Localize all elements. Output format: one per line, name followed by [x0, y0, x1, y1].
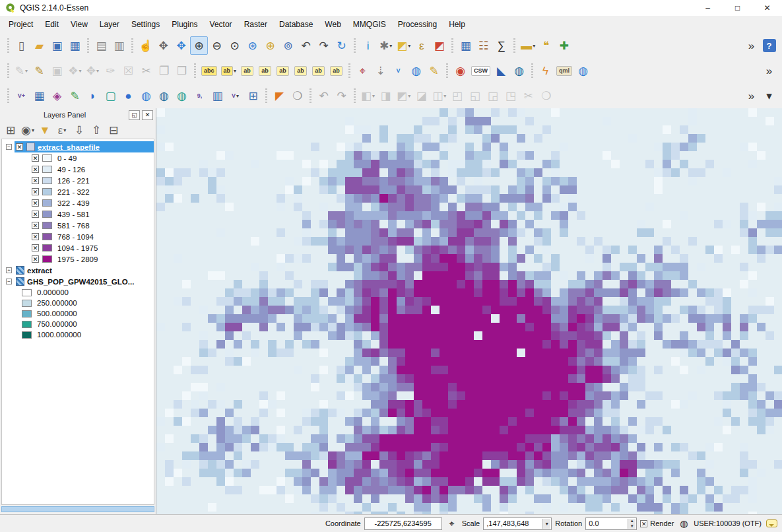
- close-button[interactable]: ✕: [752, 0, 782, 16]
- label-options-2[interactable]: ab▾: [219, 61, 239, 80]
- number-format-tool[interactable]: 9,: [191, 86, 209, 105]
- layer-row[interactable]: −GHS_POP_GPW42015_GLO...: [2, 276, 154, 287]
- zoom-full[interactable]: ⊛: [244, 36, 261, 55]
- legend-class-row[interactable]: ✕1094 - 1975: [2, 242, 154, 253]
- web-globe-b[interactable]: ◍: [155, 86, 173, 105]
- extents-toggle-icon[interactable]: ⌖: [445, 517, 459, 530]
- menu-vector[interactable]: Vector: [204, 17, 238, 32]
- crs-globe-icon[interactable]: ◍: [677, 517, 690, 530]
- save-layer-edits[interactable]: ▣: [48, 61, 66, 80]
- toolbar-grip[interactable]: [308, 88, 313, 103]
- openlayers-plugin[interactable]: ◉: [451, 61, 469, 80]
- class-checkbox[interactable]: ✕: [32, 255, 39, 263]
- toolbar-grip[interactable]: [130, 38, 135, 53]
- rotation-spinbox[interactable]: 0.0 ▲▼: [585, 517, 637, 530]
- filter-legend[interactable]: ▼: [37, 123, 53, 137]
- intersection-tool[interactable]: ◩▾: [395, 86, 412, 105]
- toolbar-grip[interactable]: [264, 88, 269, 103]
- layer-row[interactable]: −✕extract_shapefile: [2, 141, 154, 152]
- toolbar-overflow-1[interactable]: »: [742, 36, 760, 55]
- show-hide-labels[interactable]: ab: [238, 61, 256, 80]
- menu-layer[interactable]: Layer: [94, 17, 125, 32]
- toolbar-grip[interactable]: [450, 38, 455, 53]
- field-edit[interactable]: ✎: [66, 86, 84, 105]
- expand-expander-icon[interactable]: +: [6, 267, 12, 273]
- redo[interactable]: ↷: [333, 86, 350, 105]
- layer-row[interactable]: +extract: [2, 265, 154, 276]
- symdiff-tool[interactable]: ◪: [412, 86, 430, 105]
- save-project-as[interactable]: ▦: [66, 36, 84, 55]
- legend-class-row[interactable]: ✕322 - 439: [2, 197, 154, 209]
- add-group[interactable]: ⊞: [3, 123, 18, 137]
- menu-help[interactable]: Help: [443, 17, 471, 32]
- globe-plugin[interactable]: ◍: [510, 61, 528, 80]
- buffer-tool[interactable]: ◱: [466, 86, 484, 105]
- map-canvas[interactable]: [156, 108, 782, 514]
- legend-class-row[interactable]: ✕768 - 1094: [2, 231, 154, 242]
- move-label[interactable]: ab: [292, 61, 310, 80]
- azimuth-tool[interactable]: ◣: [492, 61, 510, 80]
- add-raster-layer[interactable]: ▦: [30, 86, 48, 105]
- toolbar-grip[interactable]: [6, 88, 11, 103]
- web-globe-a[interactable]: ◍: [137, 86, 155, 105]
- zoom-to-selection[interactable]: ⊕: [261, 36, 279, 55]
- legend-class-row[interactable]: ✕126 - 221: [2, 175, 154, 186]
- identify-features[interactable]: i: [359, 36, 377, 55]
- combo-arrow-icon[interactable]: ▼: [542, 519, 550, 529]
- move-feature[interactable]: ✥▾: [84, 61, 102, 80]
- mmqgis-tool[interactable]: ▥: [209, 86, 226, 105]
- new-project[interactable]: ▯: [13, 36, 30, 55]
- select-features[interactable]: ◩▾: [395, 36, 412, 55]
- heatmap-tool[interactable]: ◤: [271, 86, 288, 105]
- pan-map[interactable]: ✥: [154, 36, 172, 55]
- interpolation-tool[interactable]: ◗: [84, 86, 102, 105]
- help[interactable]: ?: [760, 36, 778, 55]
- scrollbar-thumb[interactable]: [1, 506, 154, 512]
- new-shapefile-layer[interactable]: V+: [13, 86, 30, 105]
- metasearch-globe[interactable]: ◍: [407, 61, 425, 80]
- toolbar-grip[interactable]: [352, 38, 357, 53]
- toolbar-grip[interactable]: [512, 38, 517, 53]
- dissolve-tool[interactable]: ◰: [448, 86, 466, 105]
- save-project[interactable]: ▣: [48, 36, 66, 55]
- minimize-button[interactable]: –: [693, 0, 723, 16]
- zoom-in[interactable]: ⊕: [190, 36, 208, 55]
- touch-zoom-pan[interactable]: ☝: [137, 36, 154, 55]
- node-tool[interactable]: ✑: [102, 61, 119, 80]
- toolbar-overflow-3[interactable]: »: [742, 86, 760, 105]
- layer-row-body[interactable]: extract: [15, 265, 154, 276]
- labeling-options[interactable]: abc: [199, 61, 219, 80]
- union-tool[interactable]: ◧▾: [359, 86, 377, 105]
- pan-to-selection[interactable]: ✥: [172, 36, 190, 55]
- filter-by-expression[interactable]: ε▾: [54, 123, 70, 137]
- render-checkbox-group[interactable]: ✕ Render: [640, 519, 674, 527]
- toolbar-overflow-2[interactable]: »: [760, 61, 778, 80]
- class-checkbox[interactable]: ✕: [32, 244, 39, 251]
- toggle-editing[interactable]: ✎: [30, 61, 48, 80]
- collapse-expander-icon[interactable]: −: [6, 279, 12, 284]
- menu-project[interactable]: Project: [3, 17, 39, 32]
- manage-layer-visibility[interactable]: ◉▾: [20, 123, 36, 137]
- legend-class-row[interactable]: ✕1975 - 2809: [2, 253, 154, 265]
- class-checkbox[interactable]: ✕: [32, 199, 39, 207]
- menu-view[interactable]: View: [65, 17, 94, 32]
- legend-class-row[interactable]: ✕581 - 768: [2, 220, 154, 231]
- qml-loader[interactable]: qml: [554, 61, 574, 80]
- deselect-all[interactable]: ◩: [430, 36, 448, 55]
- class-checkbox[interactable]: ✕: [32, 188, 39, 195]
- grid-tool[interactable]: ⊞: [244, 86, 262, 105]
- digitize-dropdown[interactable]: ❖▾: [66, 61, 84, 80]
- highlight-labels[interactable]: ab: [274, 61, 292, 80]
- panel-float-icon[interactable]: ◱: [129, 110, 140, 120]
- run-feature-action[interactable]: ✱▾: [377, 36, 395, 55]
- field-calculator[interactable]: ☷: [474, 36, 492, 55]
- vp-viewer[interactable]: V: [389, 61, 407, 80]
- legend-class-row[interactable]: ✕439 - 581: [2, 209, 154, 220]
- change-label[interactable]: ab: [327, 61, 345, 80]
- toolbar-grip[interactable]: [347, 63, 352, 78]
- vector-dropdown[interactable]: V▾: [226, 86, 244, 105]
- legend-class-row[interactable]: ✕0 - 49: [2, 152, 154, 164]
- zoom-native[interactable]: ⊙: [226, 36, 244, 55]
- legend-class-row[interactable]: ✕221 - 322: [2, 186, 154, 197]
- panel-close-icon[interactable]: ✕: [142, 110, 153, 120]
